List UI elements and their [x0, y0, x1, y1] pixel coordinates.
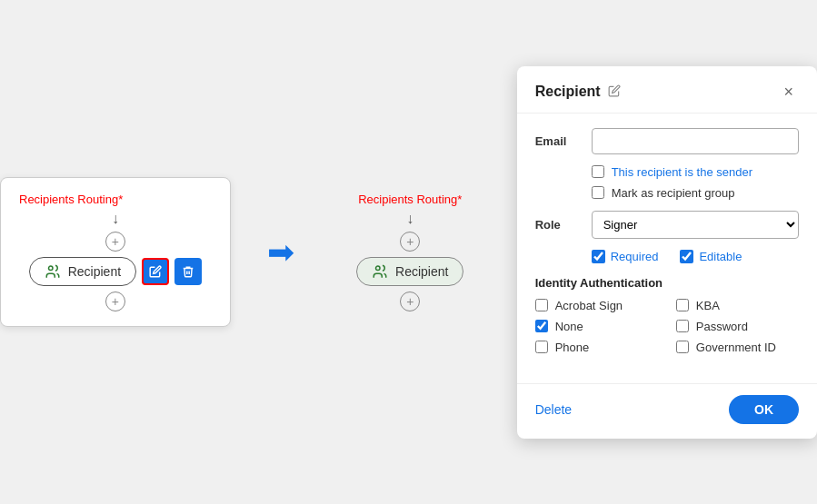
identity-auth-title: Identity Authentication — [535, 276, 799, 290]
auth-government-id-label: Government ID — [696, 341, 776, 354]
left-edit-button[interactable] — [142, 258, 169, 285]
required-check-item: Required — [592, 250, 659, 263]
main-container: Recipients Routing* ↓ + Recipient — [0, 0, 817, 504]
mid-routing-label: Recipients Routing* — [358, 193, 462, 206]
dialog-footer: Delete OK — [517, 383, 817, 439]
mid-recipient-button[interactable]: Recipient — [356, 257, 463, 286]
mid-routing-text: Recipients Routing — [358, 193, 457, 206]
left-panel: Recipients Routing* ↓ + Recipient — [0, 177, 231, 327]
email-label: Email — [535, 134, 581, 148]
recipient-dialog: Recipient × Email This recipient is the … — [517, 66, 817, 439]
left-routing-label: Recipients Routing* — [19, 193, 123, 206]
editable-checkbox[interactable] — [680, 250, 693, 263]
left-arrow-down: ↓ — [112, 212, 119, 226]
auth-kba: KBA — [676, 299, 799, 312]
dialog-header: Recipient × — [517, 66, 817, 114]
group-checkbox-label: Mark as recipient group — [612, 186, 735, 200]
auth-none-checkbox[interactable] — [535, 320, 548, 332]
left-people-icon — [45, 263, 61, 280]
mid-recipient-label: Recipient — [395, 264, 448, 279]
editable-label: Editable — [699, 250, 742, 263]
left-required-marker: * — [118, 193, 123, 206]
editable-check-item: Editable — [680, 250, 742, 263]
middle-panel: Recipients Routing* ↓ + Recipient + — [331, 193, 490, 311]
auth-password: Password — [676, 320, 799, 333]
left-recipient-button[interactable]: Recipient — [29, 257, 136, 286]
left-plus-top[interactable]: + — [105, 232, 125, 252]
auth-government-id-checkbox[interactable] — [676, 341, 689, 353]
sender-checkbox[interactable] — [592, 165, 604, 178]
left-recipient-label: Recipient — [68, 264, 121, 279]
auth-government-id: Government ID — [676, 341, 799, 354]
dialog-title: Recipient — [535, 84, 601, 100]
group-checkbox[interactable] — [592, 186, 604, 199]
mid-required-marker: * — [457, 193, 462, 206]
required-checkbox[interactable] — [592, 250, 605, 263]
delete-button[interactable]: Delete — [535, 402, 572, 417]
right-arrow-icon: ➡ — [267, 233, 294, 272]
dialog-body: Email This recipient is the sender Mark … — [517, 114, 817, 383]
email-input[interactable] — [592, 128, 799, 154]
auth-phone-checkbox[interactable] — [535, 341, 548, 353]
dialog-close-button[interactable]: × — [778, 81, 799, 104]
auth-acrobat-sign: Acrobat Sign — [535, 299, 658, 312]
mid-people-icon — [372, 263, 388, 280]
left-plus-bottom[interactable]: + — [105, 292, 125, 311]
mid-plus-top[interactable]: + — [400, 232, 420, 252]
sender-checkbox-label: This recipient is the sender — [612, 165, 752, 179]
ok-button[interactable]: OK — [729, 395, 799, 424]
mid-plus-bottom[interactable]: + — [400, 292, 420, 311]
group-checkbox-row: Mark as recipient group — [592, 186, 799, 200]
dialog-title-row: Recipient — [535, 84, 621, 100]
mid-arrow-down: ↓ — [406, 212, 413, 226]
auth-kba-label: KBA — [696, 299, 720, 312]
role-label: Role — [535, 218, 581, 232]
left-routing-text: Recipients Routing — [19, 193, 118, 206]
auth-phone-label: Phone — [555, 341, 590, 354]
svg-point-0 — [48, 266, 53, 271]
role-row: Role Signer — [535, 211, 799, 239]
required-editable-row: Required Editable — [592, 250, 799, 263]
auth-acrobat-sign-checkbox[interactable] — [535, 299, 548, 311]
left-delete-button[interactable] — [174, 258, 202, 285]
auth-kba-checkbox[interactable] — [676, 299, 689, 311]
left-recipient-row: Recipient — [29, 257, 202, 286]
svg-point-1 — [376, 266, 381, 271]
auth-none-label: None — [555, 320, 583, 333]
email-row: Email — [535, 128, 799, 154]
auth-grid: Acrobat Sign KBA None Password Phone — [535, 299, 799, 354]
sender-checkbox-row: This recipient is the sender — [592, 165, 799, 179]
auth-password-label: Password — [696, 320, 748, 333]
auth-password-checkbox[interactable] — [676, 320, 689, 332]
dialog-edit-icon[interactable] — [608, 84, 621, 100]
auth-acrobat-sign-label: Acrobat Sign — [555, 299, 623, 312]
required-label: Required — [611, 250, 659, 263]
auth-phone: Phone — [535, 341, 658, 354]
role-select[interactable]: Signer — [592, 211, 799, 239]
auth-none: None — [535, 320, 658, 333]
